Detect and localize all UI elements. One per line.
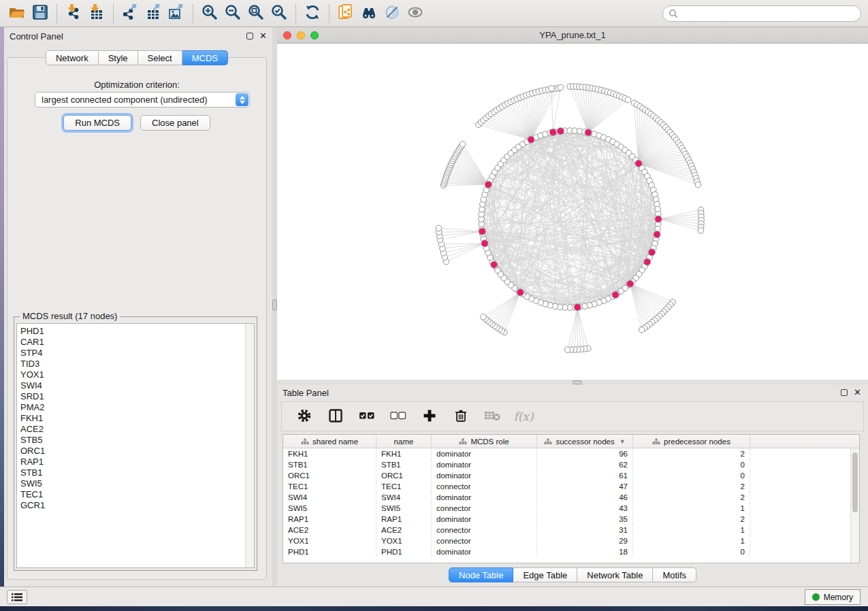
result-node-item[interactable]: SWI5 [20, 478, 254, 489]
mcds-result-list[interactable]: PHD1CAR1STP4TID3YOX1SWI4SRD1PMA2FKH1ACE2… [16, 323, 255, 568]
horizontal-splitter[interactable] [277, 380, 868, 385]
cell-successor-nodes[interactable]: 29 [537, 535, 633, 546]
settings-gear-button[interactable] [294, 406, 315, 427]
cell-successor-nodes[interactable]: 47 [537, 481, 633, 492]
zoom-selected-button[interactable] [268, 3, 291, 24]
save-session-button[interactable] [29, 3, 52, 24]
table-row[interactable]: FKH1FKH1dominator962 [283, 448, 850, 459]
cell-shared-name[interactable]: TEC1 [283, 481, 376, 492]
cell-name[interactable]: SWI5 [376, 503, 432, 514]
cell-predecessor-nodes[interactable]: 0 [633, 546, 750, 557]
splitter-grip[interactable] [272, 299, 277, 310]
result-node-item[interactable]: YOX1 [20, 369, 254, 380]
run-mcds-button[interactable]: Run MCDS [63, 115, 131, 131]
cell-shared-name[interactable]: YOX1 [283, 535, 376, 546]
cell-predecessor-nodes[interactable]: 2 [633, 448, 750, 459]
cell-name[interactable]: PHD1 [376, 546, 432, 557]
result-node-item[interactable]: GCR1 [20, 500, 254, 511]
tab-node-table[interactable]: Node Table [449, 567, 514, 582]
cell-shared-name[interactable]: SWI4 [283, 492, 376, 503]
cell-successor-nodes[interactable]: 62 [537, 459, 633, 470]
tab-network-table[interactable]: Network Table [577, 567, 653, 582]
cell-predecessor-nodes[interactable]: 2 [633, 514, 750, 525]
table-row[interactable]: ACE2ACE2connector311 [283, 525, 850, 535]
add-column-button[interactable] [419, 406, 440, 427]
cell-shared-name[interactable]: ORC1 [283, 470, 376, 481]
cell-MCDS-role[interactable]: connector [432, 481, 537, 492]
result-node-item[interactable]: STB5 [20, 435, 254, 446]
tab-edge-table[interactable]: Edge Table [513, 567, 577, 582]
tab-style[interactable]: Style [99, 50, 138, 65]
import-network-button[interactable] [62, 3, 85, 24]
cell-shared-name[interactable]: RAP1 [283, 514, 376, 525]
cell-name[interactable]: ACE2 [376, 525, 432, 535]
cell-name[interactable]: ORC1 [376, 470, 432, 481]
float-panel-icon[interactable] [246, 33, 253, 39]
tab-motifs[interactable]: Motifs [653, 567, 696, 582]
toggle-graphics-details-button[interactable] [381, 3, 404, 24]
column-header-successor-nodes[interactable]: successor nodes▼ [537, 435, 633, 448]
cell-name[interactable]: STB1 [376, 459, 432, 470]
table-row[interactable]: RAP1RAP1dominator352 [283, 514, 850, 525]
cell-MCDS-role[interactable]: connector [432, 525, 537, 535]
search-input[interactable] [681, 9, 855, 18]
import-table-button[interactable] [85, 3, 108, 24]
cell-predecessor-nodes[interactable]: 0 [633, 459, 750, 470]
scrollbar-thumb[interactable] [852, 452, 858, 512]
cell-successor-nodes[interactable]: 61 [537, 470, 633, 481]
task-history-button[interactable] [7, 590, 27, 604]
cell-MCDS-role[interactable]: dominator [432, 459, 537, 470]
network-graph[interactable] [277, 44, 868, 380]
cell-name[interactable]: TEC1 [376, 481, 432, 492]
cell-successor-nodes[interactable]: 43 [537, 503, 633, 514]
result-node-item[interactable]: TID3 [20, 359, 254, 369]
optimization-criterion-select[interactable]: largest connected component (undirected) [35, 92, 250, 108]
cell-successor-nodes[interactable]: 35 [537, 514, 633, 525]
network-canvas[interactable] [277, 44, 868, 380]
cell-predecessor-nodes[interactable]: 2 [633, 481, 750, 492]
deselect-all-columns-button[interactable] [388, 406, 408, 427]
table-row[interactable]: STB1STB1dominator620 [283, 459, 850, 470]
table-scrollbar[interactable] [850, 448, 859, 563]
network-document-button[interactable] [334, 3, 357, 24]
result-node-item[interactable]: SRD1 [20, 391, 254, 402]
cell-successor-nodes[interactable]: 31 [537, 525, 633, 535]
open-file-button[interactable] [5, 3, 29, 24]
result-node-item[interactable]: PMA2 [20, 402, 254, 413]
cell-successor-nodes[interactable]: 96 [537, 448, 633, 459]
result-node-item[interactable]: STB1 [20, 467, 254, 478]
table-row[interactable]: ORC1ORC1dominator610 [283, 470, 850, 481]
column-header-shared-name[interactable]: shared name [283, 435, 376, 448]
vertical-splitter[interactable] [272, 27, 277, 587]
column-header-MCDS-role[interactable]: MCDS role [432, 435, 537, 448]
result-node-item[interactable]: ACE2 [20, 424, 254, 435]
result-node-item[interactable]: STP4 [20, 348, 254, 359]
cell-MCDS-role[interactable]: dominator [432, 514, 537, 525]
network-titlebar[interactable]: YPA_prune.txt_1 [277, 27, 868, 44]
cell-name[interactable]: SWI4 [376, 492, 432, 503]
result-node-item[interactable]: ORC1 [20, 446, 254, 457]
result-node-item[interactable]: SWI4 [20, 380, 254, 391]
refresh-button[interactable] [301, 3, 324, 24]
memory-button[interactable]: Memory [805, 589, 861, 605]
cell-MCDS-role[interactable]: dominator [432, 492, 537, 503]
cell-predecessor-nodes[interactable]: 0 [633, 470, 750, 481]
cell-MCDS-role[interactable]: dominator [432, 448, 537, 459]
birdseye-view-button[interactable] [404, 3, 427, 24]
cell-name[interactable]: FKH1 [376, 448, 432, 459]
cell-shared-name[interactable]: ACE2 [283, 525, 376, 535]
cell-predecessor-nodes[interactable]: 1 [633, 503, 750, 514]
table-row[interactable]: SWI5SWI5connector431 [283, 503, 850, 514]
table-row[interactable]: SWI4SWI4dominator462 [283, 492, 850, 503]
cell-predecessor-nodes[interactable]: 2 [633, 492, 750, 503]
search-network-button[interactable] [357, 3, 381, 24]
cell-shared-name[interactable]: PHD1 [283, 546, 376, 557]
table-row[interactable]: YOX1YOX1connector291 [283, 535, 850, 546]
zoom-in-button[interactable] [198, 3, 221, 24]
tab-select[interactable]: Select [138, 50, 182, 65]
export-image-button[interactable] [165, 3, 188, 24]
float-panel-icon[interactable] [841, 389, 848, 396]
cell-MCDS-role[interactable]: connector [432, 535, 537, 546]
zoom-fit-button[interactable] [244, 3, 268, 24]
cell-name[interactable]: YOX1 [376, 535, 432, 546]
